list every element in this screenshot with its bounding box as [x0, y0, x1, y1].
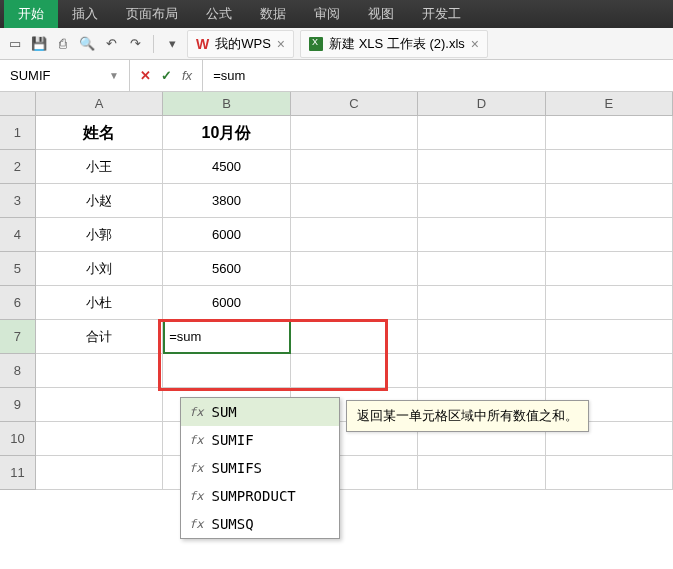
- cell-a1[interactable]: 姓名: [36, 116, 163, 150]
- col-header-e[interactable]: E: [546, 92, 673, 115]
- doc-tab-wps[interactable]: W 我的WPS ×: [187, 30, 294, 58]
- cell-c1[interactable]: [291, 116, 418, 150]
- col-header-d[interactable]: D: [418, 92, 545, 115]
- dropdown-icon[interactable]: ▾: [163, 35, 181, 53]
- cell-e5[interactable]: [546, 252, 673, 286]
- ribbon-tab-insert[interactable]: 插入: [58, 0, 112, 28]
- cell-d1[interactable]: [418, 116, 545, 150]
- cell-a6[interactable]: 小杜: [36, 286, 163, 320]
- col-header-c[interactable]: C: [291, 92, 418, 115]
- quick-toolbar: ▭ 💾 ⎙ 🔍 ↶ ↷ ▾ W 我的WPS × 新建 XLS 工作表 (2).x…: [0, 28, 673, 60]
- cell[interactable]: [36, 388, 163, 422]
- cell-d7[interactable]: [418, 320, 545, 354]
- cell-d5[interactable]: [418, 252, 545, 286]
- cell-e7[interactable]: [546, 320, 673, 354]
- cell[interactable]: [546, 354, 673, 388]
- print-icon[interactable]: ⎙: [54, 35, 72, 53]
- fx-icon: fx: [189, 517, 203, 531]
- cell-c3[interactable]: [291, 184, 418, 218]
- redo-icon[interactable]: ↷: [126, 35, 144, 53]
- cell-e6[interactable]: [546, 286, 673, 320]
- ribbon-tab-view[interactable]: 视图: [354, 0, 408, 28]
- ribbon-tab-review[interactable]: 审阅: [300, 0, 354, 28]
- row-header-3[interactable]: 3: [0, 184, 36, 218]
- cell[interactable]: [291, 354, 418, 388]
- save-icon[interactable]: 💾: [30, 35, 48, 53]
- formula-autocomplete: fxSUM fxSUMIF fxSUMIFS fxSUMPRODUCT fxSU…: [180, 397, 340, 539]
- cell-a4[interactable]: 小郭: [36, 218, 163, 252]
- col-header-a[interactable]: A: [36, 92, 163, 115]
- row-header-9[interactable]: 9: [0, 388, 36, 422]
- col-header-b[interactable]: B: [163, 92, 290, 115]
- cell-a3[interactable]: 小赵: [36, 184, 163, 218]
- undo-icon[interactable]: ↶: [102, 35, 120, 53]
- cell-c5[interactable]: [291, 252, 418, 286]
- cell-e3[interactable]: [546, 184, 673, 218]
- cell-c4[interactable]: [291, 218, 418, 252]
- cell-d4[interactable]: [418, 218, 545, 252]
- row-header-5[interactable]: 5: [0, 252, 36, 286]
- row-header-10[interactable]: 10: [0, 422, 36, 456]
- row-header-6[interactable]: 6: [0, 286, 36, 320]
- new-icon[interactable]: ▭: [6, 35, 24, 53]
- cell[interactable]: [546, 456, 673, 490]
- preview-icon[interactable]: 🔍: [78, 35, 96, 53]
- cell[interactable]: [418, 456, 545, 490]
- cell-a5[interactable]: 小刘: [36, 252, 163, 286]
- fx-icon: fx: [189, 433, 203, 447]
- cancel-icon[interactable]: ✕: [140, 68, 151, 83]
- cell-e4[interactable]: [546, 218, 673, 252]
- confirm-icon[interactable]: ✓: [161, 68, 172, 83]
- select-all-corner[interactable]: [0, 92, 36, 115]
- close-icon[interactable]: ×: [471, 36, 479, 52]
- ribbon-tab-data[interactable]: 数据: [246, 0, 300, 28]
- table-row: 8: [0, 354, 673, 388]
- cell-d3[interactable]: [418, 184, 545, 218]
- cell-b6[interactable]: 6000: [163, 286, 290, 320]
- cell[interactable]: [36, 422, 163, 456]
- autocomplete-item-sumproduct[interactable]: fxSUMPRODUCT: [181, 482, 339, 510]
- chevron-down-icon[interactable]: ▼: [109, 70, 119, 81]
- cell[interactable]: [418, 354, 545, 388]
- cell[interactable]: [36, 354, 163, 388]
- table-row: 4 小郭 6000: [0, 218, 673, 252]
- cell-b7-active[interactable]: =sum: [163, 320, 290, 354]
- cell-a2[interactable]: 小王: [36, 150, 163, 184]
- cell-e2[interactable]: [546, 150, 673, 184]
- cell-d2[interactable]: [418, 150, 545, 184]
- cell-b1[interactable]: 10月份: [163, 116, 290, 150]
- row-header-2[interactable]: 2: [0, 150, 36, 184]
- row-header-11[interactable]: 11: [0, 456, 36, 490]
- cell-c2[interactable]: [291, 150, 418, 184]
- cell[interactable]: [163, 354, 290, 388]
- ribbon-tab-formula[interactable]: 公式: [192, 0, 246, 28]
- cell-b3[interactable]: 3800: [163, 184, 290, 218]
- autocomplete-item-sumsq[interactable]: fxSUMSQ: [181, 510, 339, 538]
- close-icon[interactable]: ×: [277, 36, 285, 52]
- cell-e1[interactable]: [546, 116, 673, 150]
- formula-input[interactable]: =sum: [203, 60, 673, 91]
- row-header-4[interactable]: 4: [0, 218, 36, 252]
- cell-c7[interactable]: [291, 320, 418, 354]
- cell-b2[interactable]: 4500: [163, 150, 290, 184]
- autocomplete-item-sumifs[interactable]: fxSUMIFS: [181, 454, 339, 482]
- cell-c6[interactable]: [291, 286, 418, 320]
- name-box[interactable]: SUMIF ▼: [0, 60, 130, 91]
- cell-a7[interactable]: 合计: [36, 320, 163, 354]
- row-header-1[interactable]: 1: [0, 116, 36, 150]
- ribbon-tab-start[interactable]: 开始: [4, 0, 58, 28]
- row-header-8[interactable]: 8: [0, 354, 36, 388]
- cell-b5[interactable]: 5600: [163, 252, 290, 286]
- cell[interactable]: [36, 456, 163, 490]
- ribbon-tab-layout[interactable]: 页面布局: [112, 0, 192, 28]
- ribbon-tab-dev[interactable]: 开发工: [408, 0, 475, 28]
- fx-icon[interactable]: fx: [182, 68, 192, 83]
- cell-b4[interactable]: 6000: [163, 218, 290, 252]
- row-header-7[interactable]: 7: [0, 320, 36, 354]
- formula-controls: ✕ ✓ fx: [130, 60, 203, 91]
- autocomplete-item-sum[interactable]: fxSUM: [181, 398, 339, 426]
- doc-tab-xls[interactable]: 新建 XLS 工作表 (2).xls ×: [300, 30, 488, 58]
- autocomplete-item-sumif[interactable]: fxSUMIF: [181, 426, 339, 454]
- cell-d6[interactable]: [418, 286, 545, 320]
- doc-tab-label: 新建 XLS 工作表 (2).xls: [329, 35, 465, 53]
